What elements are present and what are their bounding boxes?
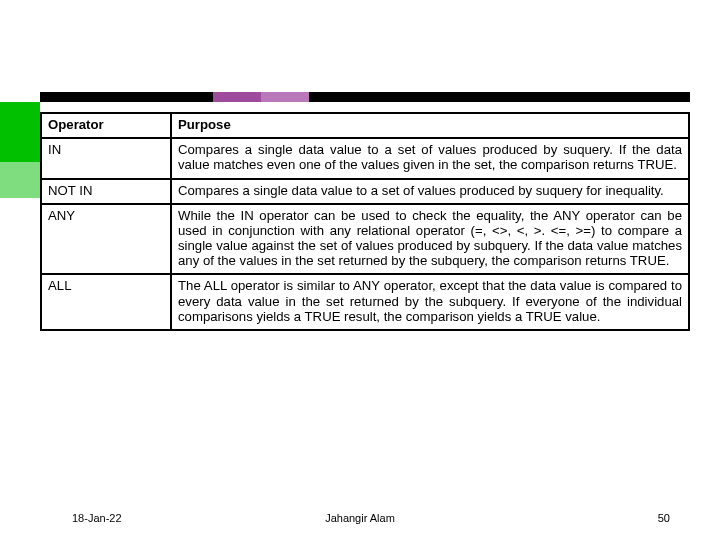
purpose-cell: While the IN operator can be used to che…: [171, 204, 689, 275]
footer-author: Jahangir Alam: [325, 512, 395, 524]
purpose-cell: The ALL operator is similar to ANY opera…: [171, 274, 689, 330]
accent-bar-side: [0, 102, 40, 510]
slide: Operator Purpose IN Compares a single da…: [0, 0, 720, 540]
header-operator: Operator: [41, 113, 171, 138]
table-row: IN Compares a single data value to a set…: [41, 138, 689, 178]
header-purpose: Purpose: [171, 113, 689, 138]
footer-page: 50: [658, 512, 670, 524]
accent-seg: [40, 92, 213, 102]
footer-date: 18-Jan-22: [72, 512, 122, 524]
accent-seg: [309, 92, 690, 102]
slide-footer: 18-Jan-22 Jahangir Alam 50: [0, 512, 720, 532]
accent-seg: [213, 92, 261, 102]
accent-seg: [0, 198, 40, 510]
accent-seg: [261, 92, 309, 102]
operator-table: Operator Purpose IN Compares a single da…: [40, 112, 690, 331]
accent-seg: [0, 162, 40, 198]
purpose-cell: Compares a single data value to a set of…: [171, 179, 689, 204]
operator-cell: ANY: [41, 204, 171, 275]
accent-bar-top: [40, 92, 690, 102]
purpose-cell: Compares a single data value to a set of…: [171, 138, 689, 178]
operator-cell: NOT IN: [41, 179, 171, 204]
table-header-row: Operator Purpose: [41, 113, 689, 138]
accent-seg: [0, 102, 40, 162]
table-row: NOT IN Compares a single data value to a…: [41, 179, 689, 204]
table-row: ALL The ALL operator is similar to ANY o…: [41, 274, 689, 330]
table-row: ANY While the IN operator can be used to…: [41, 204, 689, 275]
operator-cell: ALL: [41, 274, 171, 330]
operator-cell: IN: [41, 138, 171, 178]
content-area: Operator Purpose IN Compares a single da…: [40, 112, 690, 502]
